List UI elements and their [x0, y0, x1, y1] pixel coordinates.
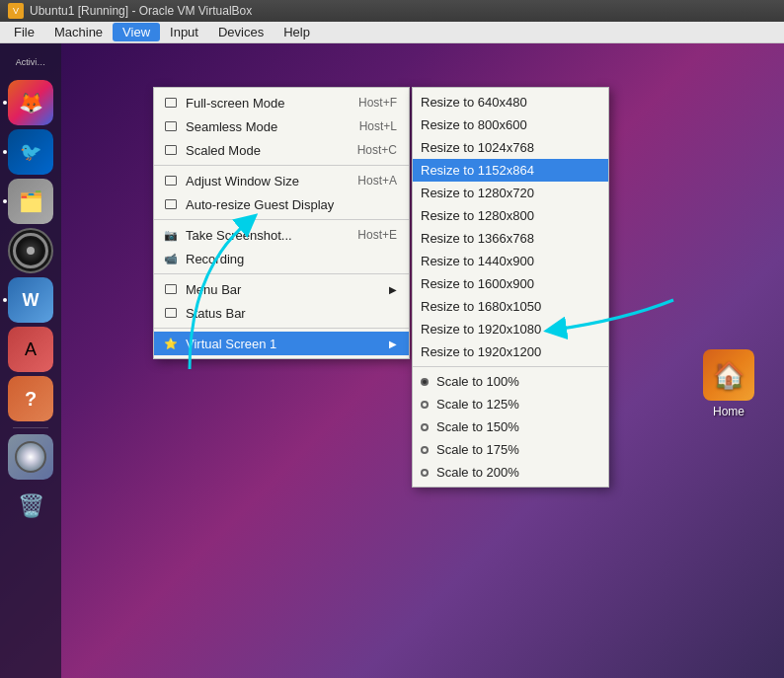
recording-icon: 📹: [162, 251, 180, 266]
menubar-arrow: ▶: [389, 284, 397, 295]
scale-200[interactable]: Scale to 200%: [413, 461, 608, 484]
dock-thunderbird[interactable]: 🐦: [8, 129, 53, 175]
autoresize-icon: [162, 196, 180, 212]
view-menu: Full-screen Mode Host+F Seamless Mode Ho…: [153, 87, 410, 359]
dock-appstore[interactable]: A: [8, 327, 53, 372]
resize-800[interactable]: Resize to 800x600: [413, 113, 608, 136]
activities-button[interactable]: Activi…: [8, 48, 53, 76]
resize-1440[interactable]: Resize to 1440x900: [413, 250, 608, 272]
menu-machine[interactable]: Machine: [44, 23, 113, 41]
scale-125[interactable]: Scale to 125%: [413, 393, 608, 415]
menu-statusbar[interactable]: Status Bar: [154, 301, 409, 325]
dock-help[interactable]: ?: [8, 376, 53, 421]
menu-view[interactable]: View: [113, 23, 160, 41]
home-label: Home: [713, 405, 745, 418]
virtualscreen-icon: ⭐: [162, 336, 180, 351]
menu-devices[interactable]: Devices: [208, 23, 274, 41]
resize-1366[interactable]: Resize to 1366x768: [413, 227, 608, 250]
radio-100: [421, 378, 429, 386]
menu-virtualscreen[interactable]: ⭐ Virtual Screen 1 ▶: [154, 332, 409, 355]
radio-125: [421, 401, 429, 409]
titlebar-text: Ubuntu1 [Running] - Oracle VM VirtualBox: [30, 4, 252, 18]
menu-help[interactable]: Help: [274, 23, 320, 41]
screenshot-icon: 📷: [162, 227, 180, 243]
titlebar: V Ubuntu1 [Running] - Oracle VM VirtualB…: [0, 0, 784, 22]
sep4: [154, 328, 409, 329]
seamless-icon: [162, 118, 180, 134]
menu-recording[interactable]: 📹 Recording: [154, 247, 409, 270]
radio-200: [421, 469, 429, 477]
fullscreen-icon: [162, 95, 180, 111]
resize-1280-800[interactable]: Resize to 1280x800: [413, 204, 608, 227]
menu-screenshot[interactable]: 📷 Take Screenshot... Host+E: [154, 223, 409, 247]
dock-optical[interactable]: [8, 434, 53, 480]
resize-640[interactable]: Resize to 640x480: [413, 91, 608, 113]
menu-file[interactable]: File: [4, 23, 44, 41]
scale-100[interactable]: Scale to 100%: [413, 370, 608, 393]
scale-150[interactable]: Scale to 150%: [413, 415, 608, 438]
virtualscreen-arrow: ▶: [389, 339, 397, 349]
vs-sep1: [413, 366, 608, 367]
dock-files[interactable]: 🗂️: [8, 179, 53, 224]
dock-trash[interactable]: 🗑️: [8, 484, 53, 529]
menubar-icon: [162, 281, 180, 297]
desktop: Activi… 🦊 🐦 🗂️ W A ?: [0, 43, 784, 678]
menu-scaled[interactable]: Scaled Mode Host+C: [154, 138, 409, 162]
resize-1920-1200[interactable]: Resize to 1920x1200: [413, 340, 608, 363]
menu-adjust-window[interactable]: Adjust Window Size Host+A: [154, 169, 409, 192]
dock-firefox[interactable]: 🦊: [8, 80, 53, 125]
dock-rhythmbox[interactable]: [8, 228, 53, 273]
desktop-area: Full-screen Mode Host+F Seamless Mode Ho…: [61, 43, 784, 678]
resize-1024[interactable]: Resize to 1024x768: [413, 136, 608, 159]
menubar: File Machine View Input Devices Help: [0, 22, 784, 43]
home-folder-img: 🏠: [703, 349, 754, 401]
sep1: [154, 165, 409, 166]
dock-writer[interactable]: W: [8, 277, 53, 323]
statusbar-icon: [162, 305, 180, 321]
resize-1280-720[interactable]: Resize to 1280x720: [413, 182, 608, 204]
menu-menubar[interactable]: Menu Bar ▶: [154, 277, 409, 301]
vbox-icon: V: [8, 3, 24, 19]
scale-175[interactable]: Scale to 175%: [413, 438, 608, 461]
sep2: [154, 219, 409, 220]
radio-175: [421, 446, 429, 454]
menu-input[interactable]: Input: [160, 23, 208, 41]
home-icon[interactable]: 🏠 Home: [703, 349, 754, 418]
adjust-icon: [162, 173, 180, 188]
menu-autoresize[interactable]: Auto-resize Guest Display: [154, 192, 409, 216]
menu-seamless[interactable]: Seamless Mode Host+L: [154, 114, 409, 138]
scaled-icon: [162, 142, 180, 158]
menu-fullscreen[interactable]: Full-screen Mode Host+F: [154, 91, 409, 114]
resize-1680[interactable]: Resize to 1680x1050: [413, 295, 608, 318]
resize-1152[interactable]: Resize to 1152x864: [413, 159, 608, 182]
virtual-screen-menu: Resize to 640x480 Resize to 800x600 Resi…: [412, 87, 609, 488]
resize-1920-1080[interactable]: Resize to 1920x1080: [413, 318, 608, 340]
radio-150: [421, 423, 429, 431]
resize-1600[interactable]: Resize to 1600x900: [413, 272, 608, 295]
sep3: [154, 273, 409, 274]
dock: Activi… 🦊 🐦 🗂️ W A ?: [0, 43, 61, 678]
